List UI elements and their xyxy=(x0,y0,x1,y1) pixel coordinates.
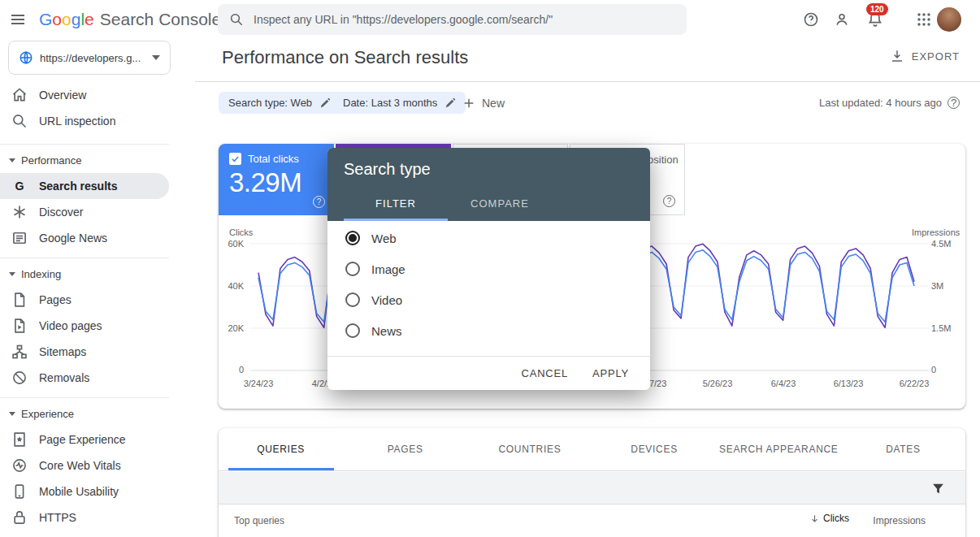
help-circle-icon[interactable]: ? xyxy=(313,196,325,208)
dialog-options: Web Image Video News xyxy=(327,221,650,346)
option-label: Video xyxy=(371,293,402,307)
sidebar-item-video-pages[interactable]: Video pages xyxy=(0,313,169,339)
column-impressions[interactable]: Impressions xyxy=(873,515,926,526)
logo-letter: e xyxy=(85,10,94,29)
sidebar-item-label: Google News xyxy=(39,232,107,245)
user-settings-icon xyxy=(834,11,850,28)
section-experience[interactable]: Experience xyxy=(0,401,169,427)
metric-value: 3.29M xyxy=(229,167,323,198)
tab-label: QUERIES xyxy=(257,444,305,455)
avatar[interactable] xyxy=(937,7,961,32)
radio-selected-icon[interactable] xyxy=(345,231,360,245)
filter-funnel-icon[interactable] xyxy=(931,482,945,496)
section-title: Performance xyxy=(21,154,81,167)
metric-card-total-clicks[interactable]: Total clicks 3.29M ? xyxy=(219,144,334,215)
property-selector[interactable]: https://developers.g... xyxy=(8,41,171,75)
user-settings-button[interactable] xyxy=(830,8,853,31)
logo-letter: o xyxy=(62,10,72,29)
apply-button[interactable]: APPLY xyxy=(592,367,629,379)
sidebar-item-overview[interactable]: Overview xyxy=(0,82,169,108)
sidebar-item-sitemaps[interactable]: Sitemaps xyxy=(0,339,169,365)
sidebar-item-discover[interactable]: Discover xyxy=(0,199,169,225)
checked-checkbox-icon[interactable] xyxy=(229,153,241,165)
sidebar-item-search-results[interactable]: G Search results xyxy=(0,173,169,199)
sort-down-icon xyxy=(809,513,820,524)
sidebar-divider xyxy=(0,397,169,398)
tab-devices[interactable]: DEVICES xyxy=(592,428,717,470)
sidebar-item-label: Discover xyxy=(39,206,83,219)
sidebar-item-label: URL inspection xyxy=(39,115,115,128)
menu-button[interactable] xyxy=(7,8,29,31)
export-button[interactable]: EXPORT xyxy=(890,49,960,63)
date-range-chip[interactable]: Date: Last 3 months xyxy=(333,92,466,114)
header-divider xyxy=(195,81,980,82)
column-clicks[interactable]: Clicks xyxy=(809,513,849,524)
sidebar-item-removals[interactable]: Removals xyxy=(0,365,169,391)
tab-countries[interactable]: COUNTRIES xyxy=(467,428,592,470)
sidebar-item-label: Mobile Usability xyxy=(39,485,119,498)
option-image[interactable]: Image xyxy=(327,253,650,284)
option-web[interactable]: Web xyxy=(327,223,650,253)
sidebar-item-label: HTTPS xyxy=(39,511,76,524)
sidebar-item-google-news[interactable]: Google News xyxy=(0,225,169,251)
tab-pages[interactable]: PAGES xyxy=(343,428,467,470)
tab-search-appearance[interactable]: SEARCH APPEARANCE xyxy=(717,428,841,470)
help-circle-icon[interactable]: ? xyxy=(947,97,960,109)
sidebar-item-pages[interactable]: Pages xyxy=(0,287,169,313)
edit-pencil-icon[interactable] xyxy=(319,97,331,109)
help-circle-icon[interactable]: ? xyxy=(663,195,675,207)
radio-icon[interactable] xyxy=(345,323,360,338)
tab-queries[interactable]: QUERIES xyxy=(219,428,343,470)
dialog-tab-filter[interactable]: FILTER xyxy=(344,188,448,221)
sidebar-item-url-inspection[interactable]: URL inspection xyxy=(0,108,169,134)
sidebar-item-core-web-vitals[interactable]: Core Web Vitals xyxy=(0,453,169,479)
x-tick: 5/26/23 xyxy=(689,379,746,388)
search-type-dialog: Search type FILTER COMPARE Web Image Vid… xyxy=(327,148,650,390)
cancel-button[interactable]: CANCEL xyxy=(522,367,569,379)
tab-dates[interactable]: DATES xyxy=(841,428,965,470)
search-type-chip[interactable]: Search type: Web xyxy=(219,92,340,114)
search-icon xyxy=(11,113,28,129)
new-filter-button[interactable]: New xyxy=(457,92,510,114)
y-tick: 40K xyxy=(219,281,244,291)
video-pages-icon xyxy=(11,318,28,334)
section-title: Experience xyxy=(21,408,74,420)
sidebar-item-label: Search results xyxy=(39,180,118,193)
y-tick: 4.5M xyxy=(931,239,951,249)
app-logo: Google Search Console xyxy=(39,0,221,39)
edit-pencil-icon[interactable] xyxy=(444,97,456,109)
sidebar-item-mobile-usability[interactable]: Mobile Usability xyxy=(0,479,169,505)
sitemaps-icon xyxy=(11,344,28,360)
sidebar-item-https[interactable]: HTTPS xyxy=(0,505,169,531)
sidebar-item-label: Removals xyxy=(39,371,89,384)
y-tick: 1.5M xyxy=(931,323,951,333)
column-top-queries[interactable]: Top queries xyxy=(234,515,284,526)
dimension-tabs: QUERIES PAGES COUNTRIES DEVICES SEARCH A… xyxy=(219,428,965,471)
option-label: News xyxy=(371,324,402,338)
dialog-title: Search type xyxy=(344,160,431,179)
section-performance[interactable]: Performance xyxy=(0,147,169,173)
url-inspect-searchbar[interactable] xyxy=(218,4,687,35)
sidebar-divider xyxy=(0,258,169,258)
option-news[interactable]: News xyxy=(327,315,650,346)
apps-button[interactable] xyxy=(913,8,935,31)
tab-label: COUNTRIES xyxy=(498,444,561,455)
section-title: Indexing xyxy=(21,268,61,280)
pages-icon xyxy=(11,292,28,308)
option-label: Web xyxy=(371,232,397,245)
sidebar-divider xyxy=(0,144,169,145)
lock-icon xyxy=(11,509,28,526)
help-button[interactable] xyxy=(800,8,822,31)
sidebar-item-page-experience[interactable]: Page Experience xyxy=(0,427,169,453)
dialog-tab-compare[interactable]: COMPARE xyxy=(448,188,552,221)
radio-icon[interactable] xyxy=(345,292,360,307)
radio-icon[interactable] xyxy=(345,262,360,276)
section-indexing[interactable]: Indexing xyxy=(0,261,169,287)
sidebar-item-label: Core Web Vitals xyxy=(39,459,121,472)
option-video[interactable]: Video xyxy=(327,284,650,315)
new-filter-label: New xyxy=(482,97,505,110)
url-inspect-input[interactable] xyxy=(254,13,675,26)
sidebar-item-label: Overview xyxy=(39,89,86,102)
option-label: Image xyxy=(371,262,405,276)
hamburger-icon xyxy=(11,12,25,27)
